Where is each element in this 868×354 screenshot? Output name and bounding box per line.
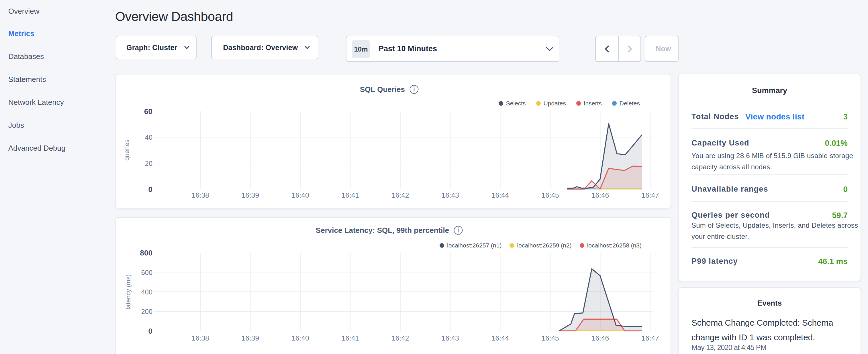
svg-text:16:41: 16:41 [342, 191, 359, 199]
svg-text:16:40: 16:40 [291, 334, 309, 342]
svg-text:latency (ms): latency (ms) [125, 275, 132, 310]
svg-text:16:46: 16:46 [591, 191, 609, 199]
svg-text:16:44: 16:44 [492, 334, 509, 342]
svg-text:16:41: 16:41 [342, 334, 359, 342]
svg-text:0: 0 [149, 185, 152, 194]
svg-text:16:45: 16:45 [541, 191, 559, 199]
svg-text:16:47: 16:47 [641, 334, 659, 342]
svg-text:queries: queries [123, 139, 130, 161]
svg-text:16:43: 16:43 [442, 334, 459, 342]
svg-text:16:43: 16:43 [442, 191, 459, 199]
svg-text:16:42: 16:42 [392, 191, 409, 199]
svg-text:16:42: 16:42 [392, 334, 409, 342]
svg-text:60: 60 [144, 107, 152, 116]
svg-text:40: 40 [145, 134, 152, 141]
svg-text:200: 200 [141, 308, 152, 315]
svg-text:16:45: 16:45 [541, 334, 559, 342]
svg-text:16:39: 16:39 [242, 334, 259, 342]
svg-text:0: 0 [149, 327, 152, 335]
svg-text:800: 800 [140, 249, 152, 257]
svg-text:16:47: 16:47 [641, 191, 659, 199]
svg-text:600: 600 [141, 269, 152, 277]
svg-text:16:44: 16:44 [492, 191, 509, 199]
svg-text:16:46: 16:46 [591, 334, 609, 342]
svg-text:16:40: 16:40 [291, 191, 309, 199]
svg-text:16:38: 16:38 [191, 334, 209, 342]
svg-text:400: 400 [141, 288, 152, 296]
svg-text:16:39: 16:39 [242, 191, 259, 199]
svg-text:16:38: 16:38 [191, 191, 209, 199]
svg-text:20: 20 [145, 160, 152, 167]
